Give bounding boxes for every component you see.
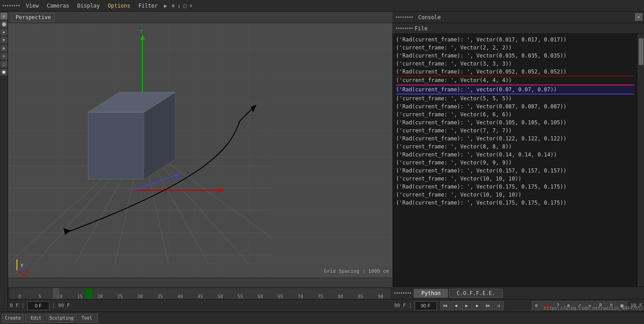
- file-label: File: [415, 25, 428, 32]
- console-line: ('current_frame: ', Vector(8, 8, 8)): [396, 143, 634, 151]
- sidebar-icon-2[interactable]: ⬤: [0, 21, 8, 28]
- left-sidebar: ◈ ⬤ ◆ ▼ ◉ ⊙ ⬡ 🔲: [0, 12, 8, 312]
- right-frame-label: 90 F: [394, 303, 406, 308]
- menu-cameras[interactable]: Cameras: [43, 2, 73, 10]
- menu-dots: [3, 5, 20, 6]
- tab-coffee[interactable]: C.O.F.F.E.E.: [449, 289, 503, 298]
- mode-edit[interactable]: Edit: [25, 314, 47, 323]
- frame-input[interactable]: [27, 301, 49, 310]
- next-frame-button[interactable]: ▶: [473, 301, 482, 310]
- timeline-tick[interactable]: 20: [90, 294, 110, 299]
- console-close-button[interactable]: ×: [635, 13, 642, 21]
- svg-rect-0: [8, 23, 392, 278]
- playback-controls: ⏮ ◀ ▶ ▶ ⏭ ↺: [440, 301, 504, 310]
- timeline-tick[interactable]: 0: [10, 294, 30, 299]
- timeline-tick[interactable]: 45: [190, 294, 210, 299]
- console-line: ('current_frame: ', Vector(3, 3, 3)): [396, 60, 634, 68]
- console-line: ('Rad(current_frame): ', Vector(0.035, 0…: [396, 52, 634, 60]
- viewport-perspective-label: Perspective: [12, 13, 55, 22]
- loop-button[interactable]: ↺: [494, 301, 504, 310]
- skip-end-button[interactable]: ⏭: [483, 301, 493, 310]
- timeline-tick[interactable]: 50: [210, 294, 230, 299]
- timeline-tick[interactable]: 85: [351, 294, 371, 299]
- play-button[interactable]: ▶: [462, 301, 472, 310]
- timeline-tick[interactable]: 90: [371, 294, 391, 299]
- sidebar-icon-4[interactable]: ▼: [0, 37, 8, 44]
- viewport-wrapper: Perspective: [8, 12, 392, 312]
- skip-start-button[interactable]: ⏮: [440, 301, 450, 310]
- grid-spacing-label: Grid Spacing : 1000 cm: [324, 268, 389, 274]
- mode-sculpting[interactable]: Sculpting: [48, 314, 75, 323]
- file-bar: File: [392, 23, 644, 34]
- sidebar-icon-8[interactable]: 🔲: [0, 69, 8, 76]
- console-line: ('current_frame: ', Vector(9, 9, 9)): [396, 159, 634, 167]
- timeline-tick[interactable]: 65: [270, 294, 290, 299]
- viewport-grid-svg: Y Y X: [8, 23, 392, 278]
- menu-display[interactable]: Display: [73, 2, 103, 10]
- viewport-canvas[interactable]: Y Y X Grid Spacing : 1000 cm: [8, 23, 392, 278]
- timeline-tick[interactable]: 70: [290, 294, 310, 299]
- console-line: ('current_frame: ', Vector(10, 10, 10)): [396, 191, 634, 199]
- timeline-tick[interactable]: 40: [170, 294, 190, 299]
- mode-tool[interactable]: Tool: [76, 314, 98, 323]
- menu-icons: ⊕ ↓ □ ×: [171, 3, 192, 9]
- console-line: ('Rad(current_frame): ', Vector(0.175, 0…: [396, 183, 634, 191]
- prev-frame-button[interactable]: ◀: [451, 301, 461, 310]
- console-line: ('Rad(current_frame): ', Vector(0.105, 0…: [396, 119, 634, 127]
- frame-marker: [53, 288, 59, 299]
- settings-button[interactable]: ⚙: [532, 301, 542, 310]
- sidebar-icon-6[interactable]: ⊙: [0, 53, 8, 60]
- tab-dots: [394, 292, 411, 294]
- right-frame-input[interactable]: [415, 301, 437, 310]
- console-line: ('Rad(current_frame): ', Vector(0.157, 0…: [396, 167, 634, 175]
- watermark: https://blog.csdn.net/weixin_44442852: [544, 306, 643, 311]
- console-scrollbar[interactable]: [638, 34, 644, 287]
- viewport-header: Perspective: [8, 12, 392, 23]
- timeline-tick[interactable]: 55: [230, 294, 250, 299]
- console-header: Console ×: [392, 12, 644, 23]
- console-line: ('Rad(current_frame): ', Vector(0.087, 0…: [396, 103, 634, 111]
- console-line: ('Rad(current_frame): ', Vector(0.122, 0…: [396, 135, 634, 143]
- console-wrapper: Console × File ('Rad(current_frame): ', …: [392, 12, 644, 312]
- timeline-tick[interactable]: 35: [150, 294, 170, 299]
- mode-bar: Create Edit Sculpting Tool: [0, 312, 644, 324]
- mode-create[interactable]: Create: [2, 314, 24, 323]
- svg-text:X: X: [26, 268, 29, 274]
- timeline-tick[interactable]: 80: [330, 294, 351, 299]
- sidebar-icon-7[interactable]: ⬡: [0, 61, 8, 68]
- timeline-tick[interactable]: 60: [250, 294, 270, 299]
- console-dots: [396, 16, 413, 18]
- console-line: ('current_frame: ', Vector(2, 2, 2)): [396, 44, 634, 52]
- scrollbar-thumb[interactable]: [639, 38, 644, 65]
- sidebar-icon-5[interactable]: ◉: [0, 45, 8, 52]
- menu-view[interactable]: View: [22, 2, 42, 10]
- console-line: ('Rad(current_frame): ', vector(0.07, 0.…: [396, 85, 634, 94]
- viewport-bottom-bar: [8, 278, 392, 287]
- timeline-section[interactable]: 051015202530354045505560657075808590: [8, 287, 392, 299]
- console-line: ('Rad(current_frame): ', Vector(0.175, 0…: [396, 199, 634, 207]
- top-menu-bar: View Cameras Display Options Filter ▶ ⊕ …: [0, 0, 644, 12]
- console-output-wrapper: ('Rad(current_frame): ', Vector(0.017, 0…: [392, 34, 644, 287]
- console-output[interactable]: ('Rad(current_frame): ', Vector(0.017, 0…: [392, 34, 638, 287]
- playhead-green[interactable]: [86, 288, 92, 299]
- console-line: ('Rad(current_frame): ', Vector(0.017, 0…: [396, 36, 634, 44]
- console-line: ('current_frame: ', Vector(7, 7, 7)): [396, 127, 634, 135]
- console-line: ('current_frame: ', Vector(4, 4, 4)): [396, 76, 634, 85]
- main-content: ◈ ⬤ ◆ ▼ ◉ ⊙ ⬡ 🔲 Perspective: [0, 12, 644, 312]
- timeline-numbers[interactable]: 051015202530354045505560657075808590: [10, 288, 391, 299]
- timeline-tick[interactable]: 25: [110, 294, 130, 299]
- console-line: ('current_frame: ', Vector(5, 5, 5)): [396, 94, 634, 103]
- svg-text:Y: Y: [140, 29, 143, 34]
- timeline-tick[interactable]: 75: [310, 294, 330, 299]
- sidebar-icon-3[interactable]: ◆: [0, 29, 8, 36]
- console-line: ('Rad(current_frame): ', Vector(0.14, 0.…: [396, 151, 634, 159]
- timeline-tick[interactable]: 5: [30, 294, 50, 299]
- console-line: ('Rad(current_frame): ', Vector(0.052, 0…: [396, 68, 634, 76]
- sidebar-icon-1[interactable]: ◈: [0, 12, 8, 20]
- menu-filter[interactable]: Filter: [135, 2, 161, 10]
- menu-options[interactable]: Options: [104, 2, 134, 10]
- start-frame-label: 0 F: [10, 303, 19, 308]
- timeline-tick[interactable]: 30: [130, 294, 150, 299]
- tab-python[interactable]: Python: [414, 289, 448, 298]
- console-title: Console: [418, 14, 441, 21]
